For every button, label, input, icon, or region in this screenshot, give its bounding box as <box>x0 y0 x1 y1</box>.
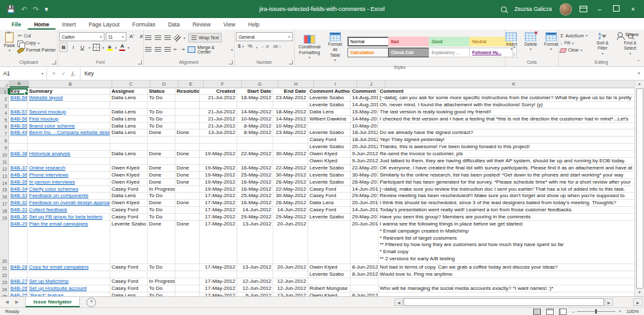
cell-k10[interactable]: Re-send the invoice to customer, pls <box>378 151 634 158</box>
column-header-i[interactable]: I <box>314 81 357 88</box>
row-number-3[interactable]: 3 <box>0 102 9 109</box>
cell-f15[interactable]: 19-May-2012 <box>200 186 237 193</box>
cell-h17[interactable]: 26-May-2012 <box>273 200 308 207</box>
cell-g17[interactable]: 16-May-2012 <box>237 200 273 207</box>
cell-j23[interactable] <box>351 278 378 285</box>
cell-i14[interactable]: Levente Szabo <box>308 179 351 186</box>
cell-h14[interactable]: 26-May-2012 <box>273 179 308 186</box>
percent-style-button[interactable]: % <box>246 43 254 49</box>
cell-c24[interactable]: Casey Ford <box>110 285 148 292</box>
cell-i16[interactable]: Casey Ford <box>308 193 351 200</box>
cell-a24[interactable]: B4B-26 <box>9 285 28 292</box>
tab-file[interactable]: File <box>5 20 28 30</box>
cell-c11[interactable] <box>110 158 148 165</box>
cell-c14[interactable]: Owen Klyed <box>110 179 148 186</box>
cell-h2[interactable]: 23-May-2012 <box>273 95 308 102</box>
cell-h1[interactable]: End Date <box>273 88 308 95</box>
vertical-scroll-thumb[interactable] <box>636 88 643 289</box>
expand-formula-bar-icon[interactable]: ▾ <box>634 67 644 80</box>
cell-h4[interactable]: 18-May-2012 <box>273 109 308 116</box>
clear-button[interactable]: Clear▾ <box>560 47 587 54</box>
cell-e3[interactable] <box>175 102 200 109</box>
cell-a13[interactable]: B4B-36 <box>9 172 28 179</box>
cell-f11[interactable] <box>200 158 237 165</box>
column-header-a[interactable]: A <box>10 81 29 88</box>
column-header-e[interactable]: E <box>179 81 204 88</box>
cell-b24[interactable]: Set up Hootsuite account <box>28 285 110 292</box>
cell-d2[interactable]: To Do <box>148 95 175 102</box>
column-header-j[interactable]: J <box>357 81 385 88</box>
cell-g8[interactable] <box>237 137 273 144</box>
cell-e2[interactable] <box>175 95 200 102</box>
cell-f16[interactable]: 17-May-2012 <box>200 193 237 200</box>
cell-b18[interactable]: Collect feedback <box>28 207 110 214</box>
cell-e16[interactable] <box>175 193 200 200</box>
cell-i23[interactable] <box>308 278 351 285</box>
cell-d22[interactable] <box>148 271 175 278</box>
cell-h23[interactable]: 12-Jun-2012 <box>273 278 308 285</box>
cell-k11[interactable]: Just talked to them, they are having dif… <box>378 158 634 165</box>
cell-j14[interactable]: 26-May-2012 <box>351 179 378 186</box>
zoom-level[interactable]: 100% <box>627 309 639 314</box>
cell-a8[interactable] <box>9 137 28 144</box>
scroll-down-icon[interactable]: ▼ <box>638 289 641 296</box>
cell-f10[interactable]: 19-May-2012 <box>200 151 237 158</box>
cell-d17[interactable]: Done <box>148 200 175 207</box>
column-header-d[interactable]: D <box>150 81 179 88</box>
underline-button[interactable]: U <box>79 43 86 52</box>
cell-d7[interactable]: Done <box>148 129 175 137</box>
cell-g1[interactable]: Start Date <box>237 88 273 95</box>
cell-c16[interactable]: Dalia Lens <box>110 193 148 200</box>
cell-b13[interactable]: Phone interviews <box>28 172 110 179</box>
cell-g19[interactable]: 29-May-2012 <box>237 214 273 221</box>
row-number-21[interactable]: 21 <box>0 264 9 271</box>
horizontal-scrollbar[interactable]: ◀ ▶ <box>395 298 613 306</box>
cell-k23[interactable] <box>378 278 634 285</box>
fill-handle[interactable] <box>24 91 28 95</box>
cell-b6[interactable]: Brand color scheme <box>28 123 110 130</box>
cell-d3[interactable] <box>148 102 175 109</box>
cell-i18[interactable]: Casey Ford <box>308 207 351 214</box>
cell-e15[interactable] <box>175 186 200 193</box>
tab-formulas[interactable]: Formulas <box>126 20 161 30</box>
cell-i17[interactable]: Dalia Lens <box>308 200 351 207</box>
cell-h21[interactable]: 20-Jun-2012 <box>273 264 308 271</box>
cell-c18[interactable]: Casey Ford <box>110 207 148 214</box>
cell-e23[interactable] <box>175 278 200 285</box>
cell-a6[interactable]: B4B-55 <box>9 123 28 130</box>
row-number-9[interactable]: 9 <box>0 144 9 151</box>
cell-f23[interactable]: 17-May-2012 <box>200 278 237 285</box>
align-right-icon[interactable] <box>164 47 171 52</box>
avatar[interactable] <box>560 3 572 15</box>
column-header-h[interactable]: H <box>278 81 314 88</box>
cell-a18[interactable]: B4B-31 <box>9 207 28 214</box>
cell-g13[interactable]: 25-May-2012 <box>237 172 273 179</box>
cell-i1[interactable]: Comment Author <box>308 88 351 95</box>
cell-b14[interactable]: In person interviews <box>28 179 110 186</box>
cell-j15[interactable]: 14-Jun-2012 <box>351 186 378 193</box>
cell-k2[interactable]: [~dalia], can you ask for some more spec… <box>378 95 634 102</box>
fill-color-button[interactable]: ◉ <box>107 44 113 51</box>
cell-d4[interactable]: To Do <box>148 109 175 116</box>
wrap-text-button[interactable]: Wrap Text <box>188 33 222 43</box>
row-number-23[interactable]: 23 <box>0 278 9 285</box>
cell-i12[interactable]: Levente Szabo <box>308 165 351 172</box>
cell-b4[interactable]: Second mockup <box>28 109 110 116</box>
horizontal-scroll-thumb[interactable] <box>404 298 604 306</box>
cell-i21[interactable]: Owen Klyed <box>308 264 351 271</box>
paste-button[interactable]: Paste▾ <box>1 31 17 54</box>
cell-b3[interactable] <box>28 102 110 109</box>
cell-a9[interactable] <box>9 144 28 151</box>
cell-h7[interactable]: 23-May-2012 <box>273 129 308 137</box>
cell-d23[interactable]: In Progress <box>148 278 175 285</box>
row-number-22[interactable]: 22 <box>0 271 9 278</box>
cell-i4[interactable]: Dalia Lens <box>308 109 351 116</box>
cell-h12[interactable]: 22-May-2012 <box>273 165 308 172</box>
cell-j13[interactable]: 30-May-2012 <box>351 172 378 179</box>
cell-g10[interactable]: 22-May-2012 <box>237 151 273 158</box>
cell-j17[interactable]: 20-Jun-2012 <box>351 200 378 207</box>
tab-view[interactable]: View <box>217 20 242 30</box>
cell-g4[interactable]: 14-May-2012 <box>237 109 273 116</box>
tab-home[interactable]: Home <box>28 20 56 30</box>
cell-c9[interactable] <box>110 144 148 151</box>
